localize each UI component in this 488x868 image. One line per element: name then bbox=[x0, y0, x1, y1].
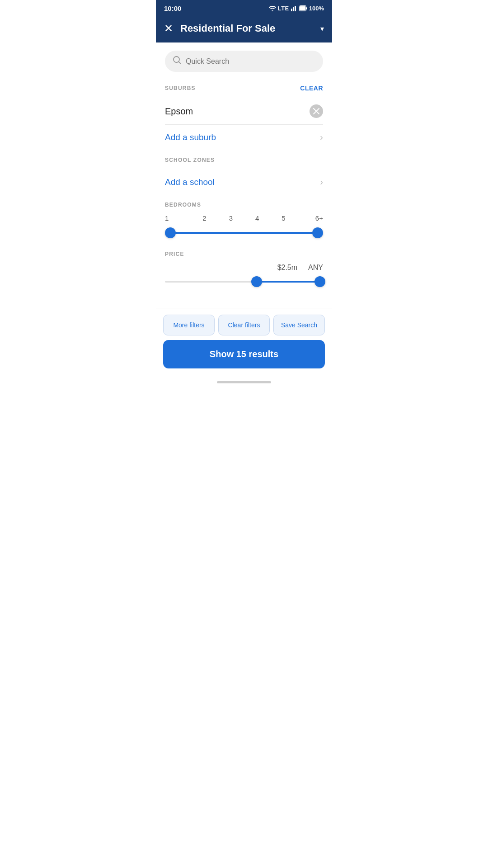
price-header: PRICE bbox=[165, 251, 323, 257]
add-suburb-row[interactable]: Add a suburb › bbox=[165, 125, 323, 144]
school-zones-section: SCHOOL ZONES Add a school › bbox=[165, 157, 323, 189]
show-results-button[interactable]: Show 15 results bbox=[163, 340, 325, 368]
bedroom-labels: 1 2 3 4 5 6+ bbox=[165, 214, 323, 222]
lte-label: LTE bbox=[278, 5, 289, 12]
bedrooms-slider-track bbox=[165, 232, 323, 234]
action-bar: More filters Clear filters Save Search bbox=[156, 308, 332, 340]
bedrooms-label: BEDROOMS bbox=[165, 202, 201, 208]
price-slider-thumb-right[interactable] bbox=[314, 276, 325, 287]
more-filters-button[interactable]: More filters bbox=[163, 315, 215, 335]
home-indicator bbox=[156, 377, 332, 389]
price-slider-thumb-left[interactable] bbox=[251, 276, 262, 287]
search-icon bbox=[173, 56, 181, 66]
wifi-icon bbox=[269, 5, 276, 11]
bedrooms-header: BEDROOMS bbox=[165, 202, 323, 208]
price-max-value: ANY bbox=[308, 264, 323, 272]
suburb-item: Epsom bbox=[165, 98, 323, 125]
search-input[interactable] bbox=[186, 57, 315, 66]
close-button[interactable]: ✕ bbox=[164, 23, 173, 34]
battery-label: 100% bbox=[309, 5, 324, 12]
chevron-right-icon: › bbox=[320, 132, 323, 142]
clear-filters-button[interactable]: Clear filters bbox=[218, 315, 270, 335]
home-indicator-bar bbox=[217, 381, 271, 383]
add-school-row[interactable]: Add a school › bbox=[165, 170, 323, 189]
bedrooms-section: BEDROOMS 1 2 3 4 5 6+ bbox=[165, 202, 323, 238]
svg-rect-1 bbox=[293, 7, 294, 11]
school-zones-label: SCHOOL ZONES bbox=[165, 157, 215, 163]
status-time: 10:00 bbox=[164, 5, 181, 12]
bedrooms-slider-thumb-right[interactable] bbox=[312, 227, 323, 238]
price-slider-track-active bbox=[257, 281, 320, 283]
header-title: Residential For Sale bbox=[180, 23, 311, 34]
filter-content: SUBURBS CLEAR Epsom Add a suburb › SCHOO… bbox=[156, 42, 332, 308]
add-suburb-label: Add a suburb bbox=[165, 132, 216, 142]
suburbs-clear-button[interactable]: CLEAR bbox=[300, 85, 323, 92]
price-values: $2.5m ANY bbox=[165, 264, 323, 272]
app-header: ✕ Residential For Sale ▾ bbox=[156, 16, 332, 42]
price-label: PRICE bbox=[165, 251, 184, 257]
add-school-label: Add a school bbox=[165, 177, 215, 187]
status-icons: LTE 100% bbox=[269, 5, 324, 12]
save-search-button[interactable]: Save Search bbox=[273, 315, 325, 335]
svg-line-7 bbox=[179, 62, 181, 64]
battery-icon bbox=[299, 5, 307, 11]
bedroom-label-6plus: 6+ bbox=[297, 214, 323, 222]
bedrooms-slider-thumb-left[interactable] bbox=[165, 227, 176, 238]
svg-rect-4 bbox=[300, 6, 305, 10]
dropdown-icon[interactable]: ▾ bbox=[320, 24, 324, 33]
quick-search-bar[interactable] bbox=[165, 51, 323, 72]
price-slider[interactable] bbox=[165, 276, 323, 287]
suburb-remove-button[interactable] bbox=[310, 104, 323, 118]
bedroom-label-3: 3 bbox=[218, 214, 244, 222]
svg-rect-0 bbox=[291, 9, 292, 11]
suburbs-header: SUBURBS CLEAR bbox=[165, 85, 323, 92]
svg-rect-5 bbox=[306, 7, 307, 9]
signal-icon bbox=[291, 5, 297, 11]
bedroom-label-1: 1 bbox=[165, 214, 191, 222]
chevron-right-icon: › bbox=[320, 177, 323, 187]
bedroom-label-2: 2 bbox=[191, 214, 217, 222]
suburb-name: Epsom bbox=[165, 106, 193, 117]
bedrooms-slider[interactable] bbox=[165, 227, 323, 238]
svg-rect-2 bbox=[295, 6, 296, 11]
suburbs-label: SUBURBS bbox=[165, 85, 196, 91]
bedroom-label-4: 4 bbox=[244, 214, 270, 222]
bedroom-label-5: 5 bbox=[270, 214, 296, 222]
suburbs-section: SUBURBS CLEAR Epsom Add a suburb › bbox=[165, 85, 323, 144]
price-min-value: $2.5m bbox=[277, 264, 297, 272]
status-bar: 10:00 LTE 100% bbox=[156, 0, 332, 16]
school-zones-header: SCHOOL ZONES bbox=[165, 157, 323, 163]
price-section: PRICE $2.5m ANY bbox=[165, 251, 323, 287]
